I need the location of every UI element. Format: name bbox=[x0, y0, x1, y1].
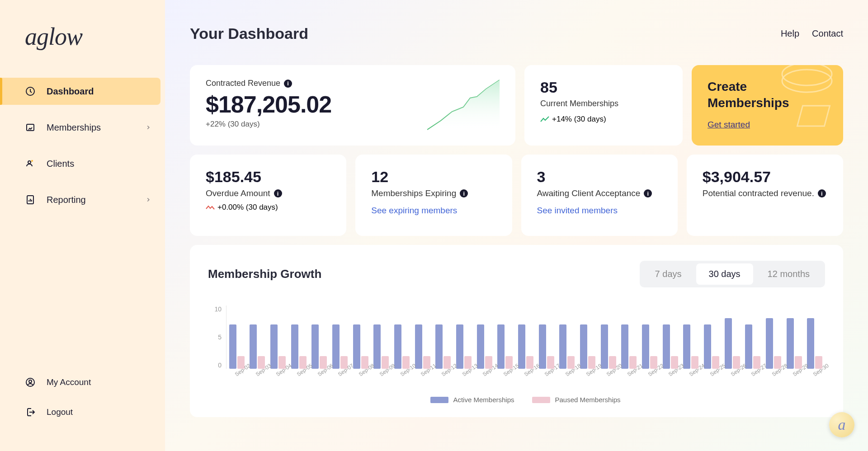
info-icon[interactable]: i bbox=[274, 189, 282, 197]
dashboard-icon bbox=[25, 86, 36, 97]
bar-group bbox=[722, 318, 743, 369]
chart-y-axis: 10 5 0 bbox=[208, 305, 226, 369]
sidebar-item-label: My Account bbox=[47, 377, 151, 387]
bar-active bbox=[497, 324, 505, 369]
sidebar-item-my-account[interactable]: My Account bbox=[0, 369, 165, 396]
contact-link[interactable]: Contact bbox=[812, 28, 843, 39]
bar-group bbox=[309, 324, 330, 369]
bar-active bbox=[766, 318, 773, 369]
y-tick: 10 bbox=[208, 305, 222, 313]
card-potential-revenue: $3,904.57 Potential contracted revenue. … bbox=[687, 155, 843, 236]
see-expiring-members-link[interactable]: See expiring members bbox=[371, 206, 457, 216]
bar-active bbox=[745, 324, 752, 369]
svg-point-3 bbox=[28, 161, 31, 164]
bar-active bbox=[477, 324, 484, 369]
svg-rect-9 bbox=[797, 106, 830, 126]
legend-item-paused: Paused Memberships bbox=[532, 396, 620, 404]
info-icon[interactable]: i bbox=[460, 189, 468, 197]
legend-item-active: Active Memberships bbox=[430, 396, 514, 404]
metric-label: Awaiting Client Acceptance i bbox=[537, 188, 662, 198]
metric-label-text: Contracted Revenue bbox=[206, 79, 280, 88]
legend-label: Active Memberships bbox=[453, 396, 514, 404]
bar-active bbox=[787, 318, 794, 369]
bar-group bbox=[350, 324, 371, 369]
svg-rect-1 bbox=[27, 124, 34, 131]
metric-label-text: Potential contracted revenue. bbox=[703, 188, 814, 198]
page-header: Your Dashboard Help Contact bbox=[190, 25, 843, 42]
bar-group bbox=[247, 324, 268, 369]
svg-point-8 bbox=[782, 70, 832, 92]
legend-swatch bbox=[430, 397, 448, 403]
y-tick: 0 bbox=[208, 362, 222, 369]
metric-label-text: Memberships Expiring bbox=[371, 188, 456, 198]
chart-title: Membership Growth bbox=[208, 267, 321, 281]
bar-active bbox=[311, 324, 319, 369]
metric-label: Memberships Expiring i bbox=[371, 188, 496, 198]
bottom-nav: My Account Logout bbox=[0, 369, 165, 437]
metric-value: 85 bbox=[540, 79, 667, 96]
metrics-row-2: $185.45 Overdue Amount i +0.00% (30 days… bbox=[190, 155, 843, 236]
bar-active bbox=[270, 324, 278, 369]
reporting-icon bbox=[25, 194, 36, 205]
bar-group bbox=[371, 324, 392, 369]
bar-active bbox=[621, 324, 628, 369]
clients-icon bbox=[25, 158, 36, 169]
sidebar-item-memberships[interactable]: Memberships bbox=[0, 114, 165, 141]
bar-active bbox=[704, 324, 711, 369]
bar-group bbox=[784, 318, 805, 369]
legend-swatch bbox=[532, 397, 550, 403]
range-toggle: 7 days 30 days 12 months bbox=[640, 261, 825, 287]
metric-value: $3,904.57 bbox=[703, 168, 827, 186]
metric-value: 3 bbox=[537, 168, 662, 186]
chart-header: Membership Growth 7 days 30 days 12 mont… bbox=[208, 261, 825, 287]
sidebar-item-reporting[interactable]: Reporting bbox=[0, 186, 165, 213]
chevron-right-icon bbox=[145, 197, 151, 203]
metric-label-text: Awaiting Client Acceptance bbox=[537, 188, 641, 198]
bar-active bbox=[518, 324, 525, 369]
bar-group bbox=[288, 324, 309, 369]
revenue-sparkline bbox=[427, 78, 500, 132]
bar-group bbox=[433, 324, 454, 369]
bar-active bbox=[559, 324, 566, 369]
svg-point-2 bbox=[31, 160, 33, 162]
svg-point-7 bbox=[782, 65, 832, 85]
sidebar-item-dashboard[interactable]: Dashboard bbox=[0, 78, 160, 105]
metric-trend: +0.00% (30 days) bbox=[206, 203, 330, 212]
sidebar-item-label: Clients bbox=[47, 159, 151, 169]
range-7-days[interactable]: 7 days bbox=[642, 263, 694, 285]
brand-logo: aglow bbox=[0, 23, 165, 78]
bar-active bbox=[663, 324, 670, 369]
cta-get-started-link[interactable]: Get started bbox=[708, 120, 750, 129]
floating-brand-badge[interactable]: a bbox=[829, 412, 854, 437]
legend-label: Paused Memberships bbox=[555, 396, 620, 404]
see-invited-members-link[interactable]: See invited members bbox=[537, 206, 618, 216]
card-memberships-expiring: 12 Memberships Expiring i See expiring m… bbox=[355, 155, 512, 236]
info-icon[interactable]: i bbox=[644, 189, 652, 197]
sidebar-item-logout[interactable]: Logout bbox=[0, 399, 165, 426]
help-link[interactable]: Help bbox=[781, 28, 799, 39]
card-contracted-revenue: Contracted Revenue i $187,205.02 +22% (3… bbox=[190, 65, 515, 146]
metric-label: Potential contracted revenue. i bbox=[703, 188, 827, 198]
bar-active bbox=[580, 324, 587, 369]
info-icon[interactable]: i bbox=[818, 189, 826, 197]
chart-legend: Active Memberships Paused Memberships bbox=[226, 396, 825, 404]
sidebar-item-label: Logout bbox=[47, 407, 151, 417]
bar-active bbox=[332, 324, 340, 369]
card-overdue-amount: $185.45 Overdue Amount i +0.00% (30 days… bbox=[190, 155, 346, 236]
sidebar-item-clients[interactable]: Clients bbox=[0, 150, 165, 177]
range-12-months[interactable]: 12 months bbox=[755, 263, 822, 285]
info-icon[interactable]: i bbox=[284, 80, 292, 88]
metric-trend: +22% (30 days) bbox=[206, 120, 331, 129]
metrics-row-1: Contracted Revenue i $187,205.02 +22% (3… bbox=[190, 65, 843, 146]
range-30-days[interactable]: 30 days bbox=[696, 263, 753, 285]
decorative-shapes bbox=[762, 65, 843, 146]
bar-active bbox=[725, 318, 732, 369]
bar-group bbox=[495, 324, 516, 369]
sidebar: aglow Dashboard Memberships Clients Repo… bbox=[0, 0, 165, 451]
bar-active bbox=[394, 324, 401, 369]
metric-trend: +14% (30 days) bbox=[540, 115, 667, 124]
sidebar-item-label: Dashboard bbox=[47, 86, 147, 97]
bar-group bbox=[763, 318, 784, 369]
bar-active bbox=[353, 324, 360, 369]
metric-label: Contracted Revenue i bbox=[206, 79, 331, 88]
